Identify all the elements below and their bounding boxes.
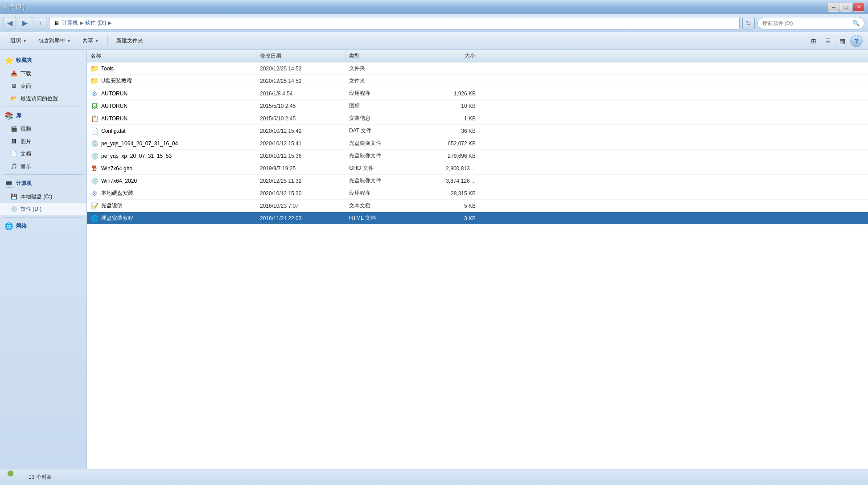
- sidebar-item-document[interactable]: 📄 文档: [0, 148, 86, 160]
- desktop-label: 桌面: [21, 82, 31, 90]
- path-drive: 软件 (D:): [85, 19, 106, 27]
- table-row[interactable]: 📝 光盘说明 2016/10/23 7:07 文本文档 5 KB: [87, 200, 868, 212]
- sidebar-item-drive-c[interactable]: 💾 本地磁盘 (C:): [0, 190, 86, 203]
- file-size: 1,926 KB: [412, 90, 479, 97]
- file-date: 2015/5/10 2:45: [256, 103, 346, 109]
- help-button[interactable]: ?: [850, 35, 863, 47]
- col-header-date[interactable]: 修改日期: [256, 50, 346, 62]
- file-type-icon: 💿: [91, 152, 99, 160]
- back-button[interactable]: ◀: [4, 17, 16, 29]
- table-row[interactable]: 💿 pe_yqs_xp_20_07_31_15_53 2020/10/12 15…: [87, 150, 868, 162]
- downloads-label: 下载: [21, 70, 31, 78]
- file-date: 2020/10/12 15:41: [256, 140, 346, 147]
- status-app-icon: 🟢: [7, 470, 21, 485]
- computer-label: 计算机: [16, 180, 32, 187]
- library-header[interactable]: 📚 库: [0, 109, 86, 123]
- table-row[interactable]: 🖼 AUTORUN 2015/5/10 2:45 图标 10 KB: [87, 100, 868, 112]
- sidebar-item-image[interactable]: 🖼 图片: [0, 135, 86, 148]
- file-date: 2019/9/7 19:25: [256, 165, 346, 172]
- sidebar-item-recent[interactable]: 📂 最近访问的位置: [0, 92, 86, 105]
- file-size: 5 KB: [412, 203, 479, 209]
- include-library-button[interactable]: 包含到库中 ▼: [33, 34, 76, 48]
- table-row[interactable]: 📋 AUTORUN 2015/5/10 2:45 安装信息 1 KB: [87, 112, 868, 125]
- sidebar-item-drive-d[interactable]: 💿 软件 (D:): [0, 203, 86, 215]
- file-size: 1 KB: [412, 115, 479, 122]
- recent-label: 最近访问的位置: [21, 95, 58, 103]
- table-row[interactable]: 💿 Win7x64_2020 2020/12/25 11:32 光盘映像文件 3…: [87, 175, 868, 187]
- file-type-icon: 📋: [91, 115, 99, 123]
- table-row[interactable]: 📁 Tools 2020/12/25 14:52 文件夹: [87, 62, 868, 75]
- file-date: 2020/10/12 15:42: [256, 128, 346, 134]
- file-type-label: DAT 文件: [346, 127, 412, 135]
- forward-button[interactable]: ▶: [19, 17, 31, 29]
- file-type-label: 应用程序: [346, 189, 412, 197]
- video-label: 视频: [21, 125, 31, 133]
- drive-d-label: 软件 (D:): [21, 206, 41, 213]
- address-path[interactable]: 🖥 计算机 ▶ 软件 (D:) ▶: [49, 17, 740, 29]
- share-button[interactable]: 共享 ▼: [78, 34, 104, 48]
- file-type-icon: 💿: [91, 177, 99, 185]
- music-icon: 🎵: [10, 162, 18, 170]
- network-header[interactable]: 🌐 网络: [0, 219, 86, 233]
- table-row[interactable]: 🌐 硬盘安装教程 2016/11/21 22:03 HTML 文档 3 KB: [87, 212, 868, 225]
- col-header-name[interactable]: 名称: [87, 50, 256, 62]
- file-type-icon: 💿: [91, 140, 99, 148]
- favorites-header[interactable]: ⭐ 收藏夹: [0, 53, 86, 67]
- file-name-cell: 🌐 硬盘安装教程: [87, 214, 256, 222]
- up-button[interactable]: ↑: [34, 17, 46, 29]
- drive-c-icon: 💾: [10, 193, 18, 201]
- table-row[interactable]: 💿 pe_yqs_1064_20_07_31_16_04 2020/10/12 …: [87, 137, 868, 150]
- search-input[interactable]: [762, 21, 850, 26]
- file-name-cell: 📋 AUTORUN: [87, 115, 256, 123]
- file-type-label: 安装信息: [346, 115, 412, 122]
- file-type-label: 光盘映像文件: [346, 152, 412, 160]
- toolbar: 组织 ▼ 包含到库中 ▼ 共享 ▼ 新建文件夹 ⊞ ☰ ▦ ?: [0, 32, 868, 50]
- organize-button[interactable]: 组织 ▼: [5, 34, 32, 48]
- file-date: 2016/10/23 7:07: [256, 203, 346, 209]
- file-type-icon: 📁: [91, 77, 99, 85]
- sidebar-item-downloads[interactable]: 📥 下载: [0, 67, 86, 80]
- organize-dropdown-arrow: ▼: [23, 39, 27, 43]
- path-computer[interactable]: 计算机: [62, 19, 78, 27]
- file-name-cell: 💿 pe_yqs_1064_20_07_31_16_04: [87, 140, 256, 148]
- computer-header[interactable]: 💻 计算机: [0, 177, 86, 190]
- view-detail-button[interactable]: ▦: [836, 35, 848, 47]
- minimize-button[interactable]: ─: [828, 3, 839, 12]
- search-box[interactable]: 🔍: [757, 17, 864, 29]
- status-object-count: 13 个对象: [29, 473, 52, 481]
- new-folder-button[interactable]: 新建文件夹: [111, 34, 148, 48]
- refresh-button[interactable]: ↻: [742, 17, 755, 29]
- favorites-label: 收藏夹: [16, 57, 32, 64]
- toolbar-right: ⊞ ☰ ▦ ?: [807, 35, 863, 47]
- file-list-header: 名称 修改日期 类型 大小: [87, 50, 868, 62]
- file-type-label: 文本文档: [346, 202, 412, 210]
- maximize-button[interactable]: □: [840, 3, 852, 12]
- video-icon: 🎬: [10, 125, 18, 133]
- table-row[interactable]: 📁 U盘安装教程 2020/12/25 14:52 文件夹: [87, 75, 868, 87]
- table-row[interactable]: 📄 Config.dat 2020/10/12 15:42 DAT 文件 36 …: [87, 125, 868, 137]
- sidebar-item-video[interactable]: 🎬 视频: [0, 123, 86, 135]
- sidebar-item-music[interactable]: 🎵 音乐: [0, 160, 86, 173]
- organize-label: 组织: [10, 37, 21, 45]
- file-size: 279,696 KB: [412, 153, 479, 159]
- sidebar-computer: 💻 计算机 💾 本地磁盘 (C:) 💿 软件 (D:): [0, 177, 86, 215]
- file-name: pe_yqs_xp_20_07_31_15_53: [101, 153, 172, 159]
- file-name: Win7x64_2020: [101, 178, 137, 184]
- table-row[interactable]: ⚙ AUTORUN 2016/1/8 4:54 应用程序 1,926 KB: [87, 87, 868, 100]
- file-name-cell: 📄 Config.dat: [87, 127, 256, 135]
- table-row[interactable]: 🗜 Win7x64.gho 2019/9/7 19:25 GHO 文件 2,90…: [87, 162, 868, 175]
- view-button[interactable]: ⊞: [807, 35, 820, 47]
- file-size: 652,072 KB: [412, 140, 479, 147]
- col-header-type[interactable]: 类型: [346, 50, 412, 62]
- close-button[interactable]: ✕: [853, 3, 864, 12]
- favorites-icon: ⭐: [4, 56, 13, 65]
- table-row[interactable]: ⚙ 本地硬盘安装 2020/10/12 15:30 应用程序 28,315 KB: [87, 187, 868, 200]
- file-size: 3,874,126 ...: [412, 178, 479, 184]
- sidebar-favorites: ⭐ 收藏夹 📥 下载 🖥 桌面 📂 最近访问的位置: [0, 53, 86, 105]
- col-header-size[interactable]: 大小: [412, 50, 479, 62]
- view-list-button[interactable]: ☰: [822, 35, 834, 47]
- file-date: 2020/12/25 11:32: [256, 178, 346, 184]
- file-name-cell: ⚙ 本地硬盘安装: [87, 189, 256, 197]
- sidebar-item-desktop[interactable]: 🖥 桌面: [0, 80, 86, 92]
- document-icon: 📄: [10, 150, 18, 158]
